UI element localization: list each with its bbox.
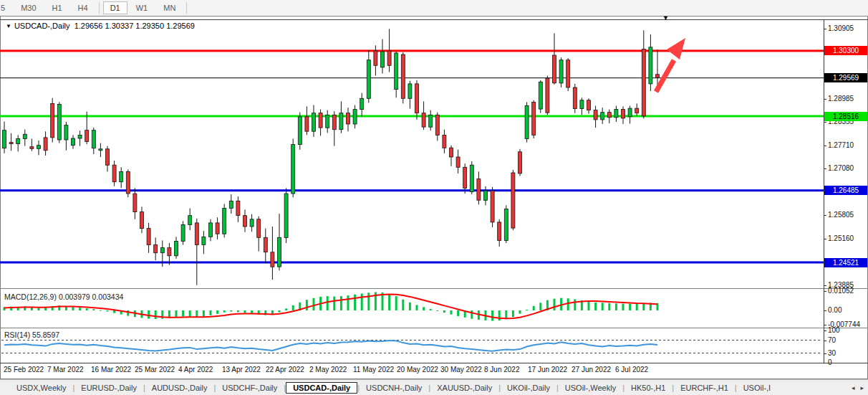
date-axis-label: 7 Mar 2022	[47, 366, 84, 373]
price-axis-tick	[824, 168, 826, 169]
macd-axis-tick	[824, 310, 826, 311]
tab-usoil-i[interactable]: USOil-,I	[737, 382, 778, 394]
date-axis-label: 25 Feb 2022	[4, 366, 44, 373]
date-axis-label: 17 Jun 2022	[528, 366, 567, 373]
rsi-axis-tick	[824, 363, 826, 363]
timeframe-button-5[interactable]: 5	[0, 1, 12, 14]
bid-price-badge: 1.29569	[824, 73, 867, 82]
rsi-axis-label: 70	[828, 336, 836, 345]
tabs-scroll-left-icon[interactable]: ◂	[849, 384, 858, 391]
price-axis-label: 1.30905	[828, 24, 854, 33]
price-axis-tick	[824, 99, 826, 100]
toolbar-separator	[99, 2, 100, 14]
tab-audusd-daily[interactable]: AUDUSD-,Daily	[145, 382, 214, 394]
date-axis-label: 16 Mar 2022	[91, 366, 131, 373]
tab-hk50-h1[interactable]: HK50-,H1	[625, 382, 672, 394]
price-badge: 1.28516	[824, 112, 867, 121]
tab-usdcad-daily[interactable]: USDCAD-,Daily	[286, 382, 357, 394]
tab-ukoil-daily[interactable]: UKOil-,Daily	[501, 382, 556, 394]
collapse-indicator-icon[interactable]: ▼	[6, 23, 11, 29]
tab-eurchf-h1[interactable]: EURCHF-,H1	[674, 382, 735, 394]
toolbar-separator	[186, 2, 187, 14]
mt4-trading-screen: 5M30H1H4D1W1MN ▼USDCAD-,Daily 1.29656 1.…	[0, 0, 868, 395]
macd-axis-tick	[824, 325, 826, 325]
rsi-value: 55.8597	[32, 330, 59, 339]
price-axis-label: 1.27080	[828, 164, 854, 173]
rsi-axis-label: 100	[828, 326, 840, 335]
rsi-axis-tick	[824, 353, 826, 354]
rsi-axis-label: 30	[828, 349, 836, 358]
chart-tabs-bar: USDX,Weekly|EURUSD-,Daily|AUDUSD-,Daily|…	[0, 379, 868, 395]
price-axis-tick	[824, 285, 826, 286]
price-axis-label: 1.25805	[828, 211, 854, 219]
date-axis-label: 30 May 2022	[440, 366, 482, 373]
tab-xauusd-daily[interactable]: XAUUSD-,Daily	[430, 382, 498, 394]
timeframe-button-h4[interactable]: H4	[71, 1, 95, 14]
price-axis-label: 1.28985	[828, 95, 854, 103]
date-axis-label: 25 Mar 2022	[135, 366, 175, 373]
date-axis-label: 8 Jun 2022	[484, 366, 520, 373]
macd-panel-separator[interactable]	[0, 288, 868, 289]
price-axis-label: 1.25160	[828, 234, 854, 243]
timeframe-toolbar: 5M30H1H4D1W1MN	[0, 0, 868, 16]
date-axis-separator	[0, 363, 868, 363]
date-axis-label: 4 Apr 2022	[178, 366, 213, 373]
rsi-name: RSI(14)	[4, 330, 30, 339]
macd-axis-label: 0.00	[828, 306, 842, 315]
price-badge: 1.24521	[824, 258, 867, 267]
tab-usoil-weekly[interactable]: USOil-,Weekly	[559, 382, 622, 394]
chart-window	[0, 16, 868, 379]
price-badge: 1.30300	[824, 46, 867, 55]
chart-ohlc-values: 1.29656 1.30337 1.29350 1.29569	[74, 22, 195, 30]
rsi-panel-separator[interactable]	[0, 328, 868, 328]
date-axis-label: 27 Jun 2022	[572, 366, 611, 373]
timeframe-button-h1[interactable]: H1	[45, 1, 69, 14]
price-axis-tick	[824, 215, 826, 216]
tab-usdx-weekly[interactable]: USDX,Weekly	[10, 382, 72, 394]
date-axis-label: 22 Apr 2022	[266, 366, 304, 373]
date-axis-label: 2 May 2022	[309, 366, 347, 373]
rsi-axis-label: 0	[828, 358, 832, 367]
rsi-axis-tick	[824, 341, 826, 341]
tab-usdchf-daily[interactable]: USDCHF-,Daily	[216, 382, 284, 394]
macd-name: MACD(12,26,9)	[4, 292, 57, 301]
macd-label: MACD(12,26,9) 0.003979 0.003434	[4, 292, 123, 301]
tab-usdcnh-daily[interactable]: USDCNH-,Daily	[360, 382, 428, 394]
price-axis-label: 1.27710	[828, 141, 854, 150]
chart-symbol-label: USDCAD-,Daily	[14, 22, 70, 30]
price-badge: 1.26485	[824, 186, 867, 195]
price-axis-tick	[824, 122, 826, 123]
timeframe-button-d1[interactable]: D1	[103, 1, 127, 14]
series-end-marker-icon: ▼	[662, 14, 669, 22]
macd-main-value: 0.003979	[59, 292, 90, 301]
macd-axis-label: 0.01052	[828, 287, 854, 295]
rsi-label: RSI(14) 55.8597	[4, 330, 59, 339]
price-axis-tick	[824, 146, 826, 146]
timeframe-button-m30[interactable]: M30	[14, 1, 43, 14]
timeframe-button-w1[interactable]: W1	[129, 1, 155, 14]
tab-eurusd-daily[interactable]: EURUSD-,Daily	[74, 382, 143, 394]
tabs-scroll-right-icon[interactable]: ▸	[857, 384, 867, 391]
date-axis-label: 13 Apr 2022	[222, 366, 261, 373]
price-axis-tick	[824, 239, 826, 239]
chart-top-border	[0, 19, 868, 20]
timeframe-button-mn[interactable]: MN	[156, 1, 183, 14]
date-axis-label: 20 May 2022	[397, 366, 438, 373]
date-axis-label: 11 May 2022	[353, 366, 394, 373]
rsi-axis-tick	[824, 330, 826, 331]
macd-signal-value: 0.003434	[92, 292, 124, 301]
price-axis-tick	[824, 29, 826, 29]
chart-title: ▼USDCAD-,Daily 1.29656 1.30337 1.29350 1…	[6, 22, 195, 30]
date-axis-label: 6 Jul 2022	[615, 366, 648, 373]
macd-axis-tick	[824, 291, 826, 292]
